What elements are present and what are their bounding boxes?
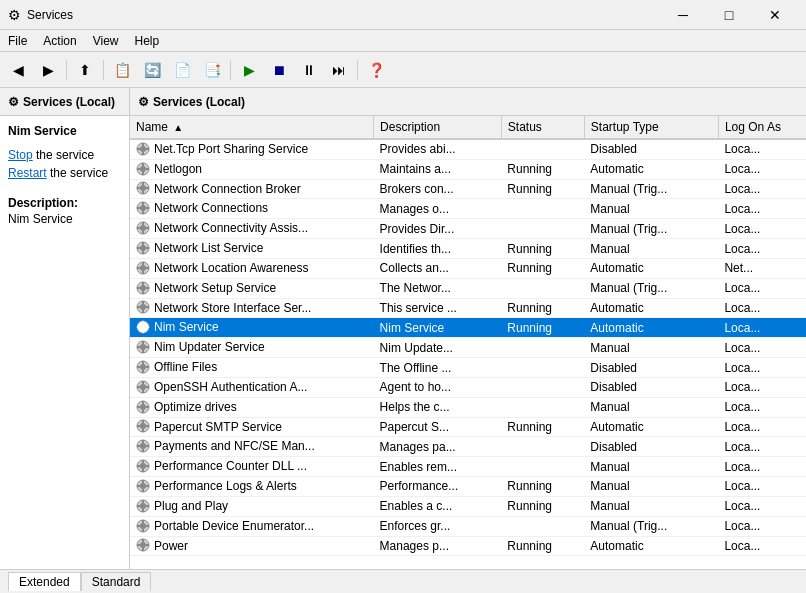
table-row[interactable]: OpenSSH Authentication A...Agent to ho..…: [130, 377, 806, 397]
svg-rect-9: [142, 172, 144, 175]
tab-standard[interactable]: Standard: [81, 572, 152, 591]
service-name-cell: Nim Updater Service: [130, 338, 374, 358]
svg-rect-74: [142, 381, 144, 384]
window-controls: ─ □ ✕: [660, 0, 798, 30]
svg-rect-125: [146, 544, 149, 546]
table-row[interactable]: Network Location AwarenessCollects an...…: [130, 258, 806, 278]
service-status-cell: [501, 516, 584, 536]
service-desc-cell: Enforces gr...: [374, 516, 502, 536]
toolbar-forward[interactable]: ▶: [34, 56, 62, 84]
svg-rect-21: [142, 211, 144, 214]
service-startup-cell: Disabled: [584, 358, 718, 378]
services-local-icon: ⚙: [8, 95, 19, 109]
table-row[interactable]: Network ConnectionsManages o...ManualLoc…: [130, 199, 806, 219]
toolbar-up[interactable]: ⬆: [71, 56, 99, 84]
svg-rect-87: [142, 429, 144, 432]
svg-rect-56: [142, 321, 144, 324]
service-icon: [136, 221, 150, 235]
table-row[interactable]: Network Setup ServiceThe Networ...Manual…: [130, 278, 806, 298]
service-name-cell: Network Setup Service: [130, 278, 374, 298]
service-desc-cell: Collects an...: [374, 258, 502, 278]
service-icon: [136, 499, 150, 513]
toolbar-show-hide[interactable]: 📋: [108, 56, 136, 84]
toolbar-help[interactable]: ❓: [362, 56, 390, 84]
restart-link[interactable]: Restart: [8, 166, 47, 180]
toolbar-properties[interactable]: 📑: [198, 56, 226, 84]
close-button[interactable]: ✕: [752, 0, 798, 30]
maximize-button[interactable]: □: [706, 0, 752, 30]
table-row[interactable]: Plug and PlayEnables a c...RunningManual…: [130, 496, 806, 516]
service-logon-cell: Loca...: [718, 298, 806, 318]
service-logon-cell: Loca...: [718, 417, 806, 437]
toolbar: ◀ ▶ ⬆ 📋 🔄 📄 📑 ▶ ⏹ ⏸ ⏭ ❓: [0, 52, 806, 88]
service-startup-cell: Disabled: [584, 437, 718, 457]
col-header-status[interactable]: Status: [501, 116, 584, 139]
svg-rect-22: [137, 207, 140, 209]
table-row[interactable]: Payments and NFC/SE Man...Manages pa...D…: [130, 437, 806, 457]
service-desc-cell: Manages p...: [374, 536, 502, 556]
svg-rect-5: [146, 148, 149, 150]
table-row[interactable]: NetlogonMaintains a...RunningAutomaticLo…: [130, 159, 806, 179]
table-row[interactable]: Optimize drivesHelps the c...ManualLoca.…: [130, 397, 806, 417]
svg-rect-123: [142, 548, 144, 551]
service-desc-cell: Manages o...: [374, 199, 502, 219]
service-startup-cell: Manual: [584, 239, 718, 259]
menu-view[interactable]: View: [85, 32, 127, 50]
table-row[interactable]: Nim ServiceNim ServiceRunningAutomaticLo…: [130, 318, 806, 338]
svg-rect-69: [142, 370, 144, 373]
svg-rect-23: [146, 207, 149, 209]
table-row[interactable]: Nim Updater ServiceNim Update...ManualLo…: [130, 338, 806, 358]
service-desc-cell: Enables rem...: [374, 457, 502, 477]
table-row[interactable]: Network List ServiceIdentifies th...Runn…: [130, 239, 806, 259]
service-icon: [136, 261, 150, 275]
service-icon: [136, 400, 150, 414]
table-row[interactable]: Network Connection BrokerBrokers con...R…: [130, 179, 806, 199]
service-startup-cell: Automatic: [584, 536, 718, 556]
service-desc-cell: The Offline ...: [374, 358, 502, 378]
svg-rect-63: [142, 350, 144, 353]
toolbar-refresh[interactable]: 🔄: [138, 56, 166, 84]
table-row[interactable]: PowerManages p...RunningAutomaticLoca...: [130, 536, 806, 556]
toolbar-back[interactable]: ◀: [4, 56, 32, 84]
toolbar-start[interactable]: ▶: [235, 56, 263, 84]
services-table-container[interactable]: Name ▲ Description Status Startup Type: [130, 116, 806, 569]
svg-rect-14: [142, 182, 144, 185]
table-row[interactable]: Performance Counter DLL ...Enables rem..…: [130, 457, 806, 477]
table-row[interactable]: Network Connectivity Assis...Provides Di…: [130, 219, 806, 239]
svg-point-97: [140, 463, 146, 469]
table-header-row: Name ▲ Description Status Startup Type: [130, 116, 806, 139]
menu-help[interactable]: Help: [127, 32, 168, 50]
col-header-startup[interactable]: Startup Type: [584, 116, 718, 139]
toolbar-export[interactable]: 📄: [168, 56, 196, 84]
svg-rect-77: [146, 386, 149, 388]
svg-rect-124: [137, 544, 140, 546]
svg-rect-116: [142, 520, 144, 523]
svg-point-103: [140, 483, 146, 489]
col-header-desc[interactable]: Description: [374, 116, 502, 139]
table-row[interactable]: Papercut SMTP ServicePapercut S...Runnin…: [130, 417, 806, 437]
service-logon-cell: Loca...: [718, 278, 806, 298]
svg-rect-17: [146, 187, 149, 189]
table-row[interactable]: Portable Device Enumerator...Enforces gr…: [130, 516, 806, 536]
stop-link[interactable]: Stop: [8, 148, 33, 162]
toolbar-pause[interactable]: ⏸: [295, 56, 323, 84]
minimize-button[interactable]: ─: [660, 0, 706, 30]
service-name-cell: Performance Counter DLL ...: [130, 457, 374, 477]
left-panel-header: ⚙ Services (Local): [0, 88, 129, 116]
toolbar-restart[interactable]: ⏭: [325, 56, 353, 84]
svg-rect-111: [142, 509, 144, 512]
table-row[interactable]: Network Store Interface Ser...This servi…: [130, 298, 806, 318]
menu-bar: File Action View Help: [0, 30, 806, 52]
menu-action[interactable]: Action: [35, 32, 84, 50]
service-startup-cell: Disabled: [584, 139, 718, 159]
table-row[interactable]: Performance Logs & AlertsPerformance...R…: [130, 477, 806, 497]
menu-file[interactable]: File: [0, 32, 35, 50]
table-row[interactable]: Net.Tcp Port Sharing ServiceProvides abi…: [130, 139, 806, 159]
stop-action: Stop the service: [8, 148, 121, 162]
col-header-logon[interactable]: Log On As: [718, 116, 806, 139]
table-row[interactable]: Offline FilesThe Offline ...DisabledLoca…: [130, 358, 806, 378]
tab-extended[interactable]: Extended: [8, 572, 81, 591]
svg-rect-46: [137, 287, 140, 289]
toolbar-stop[interactable]: ⏹: [265, 56, 293, 84]
col-header-name[interactable]: Name ▲: [130, 116, 374, 139]
